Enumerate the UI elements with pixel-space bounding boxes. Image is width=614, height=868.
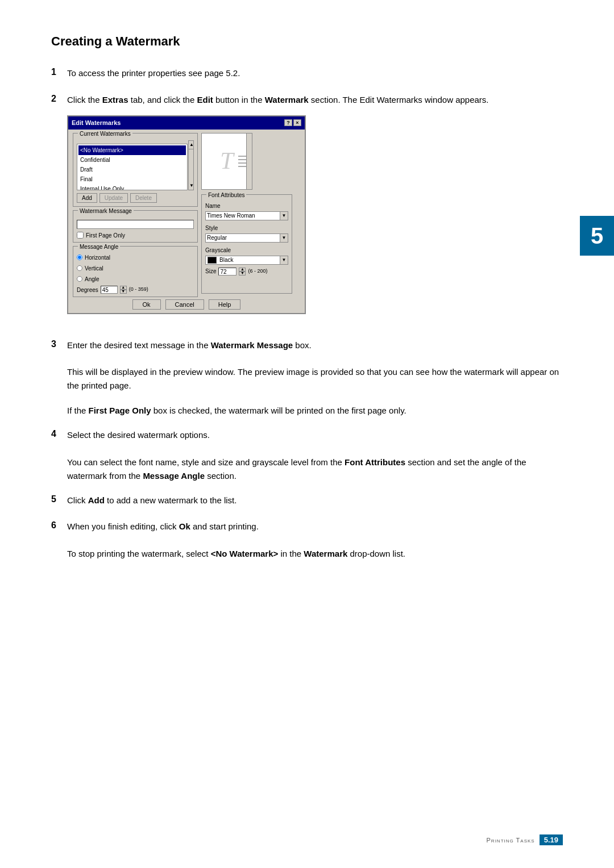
degrees-input[interactable] xyxy=(101,286,118,294)
step-4-content: Select the desired watermark options. xyxy=(67,429,563,442)
step-3: 3 Enter the desired text message in the … xyxy=(51,339,563,352)
font-name-label: Name xyxy=(205,202,288,210)
watermark-message-label: Watermark Message xyxy=(78,207,134,215)
current-watermarks-label: Current Watermarks xyxy=(78,130,132,138)
edit-watermarks-dialog: Edit Watermarks ? × Current Watermarks xyxy=(67,115,306,314)
list-item[interactable]: <No Watermark> xyxy=(78,145,186,155)
font-name-dropdown[interactable]: Times New Roman ▼ xyxy=(205,211,288,220)
side-tab-number: 5 xyxy=(591,223,603,249)
list-item[interactable]: Internal Use Only xyxy=(78,184,186,190)
font-size-row: Size ▲ ▼ (6 - 200) xyxy=(205,267,288,277)
preview-t-icon: T xyxy=(220,143,233,179)
step-4-sub: You can select the font name, style and … xyxy=(67,456,563,483)
page-title: Creating a Watermark xyxy=(51,34,563,49)
step-2: 2 Click the Extras tab, and click the Ed… xyxy=(51,94,563,326)
side-tab: 5 xyxy=(580,216,614,256)
ok-button[interactable]: Ok xyxy=(132,299,161,310)
dialog-titlebar: Edit Watermarks ? × xyxy=(68,116,305,130)
list-item[interactable]: Confidential xyxy=(78,155,186,165)
horizontal-radio[interactable] xyxy=(77,254,82,260)
angle-label: Angle xyxy=(85,275,99,283)
font-style-dropdown[interactable]: Regular ▼ xyxy=(205,233,288,243)
step-2-content: Click the Extras tab, and click the Edit… xyxy=(67,94,563,326)
step-3-number: 3 xyxy=(51,339,67,349)
help-button[interactable]: Help xyxy=(209,299,241,310)
angle-radio-row: Angle xyxy=(77,275,194,283)
dialog-close-btn[interactable]: × xyxy=(293,119,301,126)
step-1-number: 1 xyxy=(51,67,67,77)
list-scroll-down[interactable]: ▼ xyxy=(189,182,193,190)
dialog-controls[interactable]: ? × xyxy=(284,119,301,126)
font-attributes-section: Font Attributes Name Times New Roman ▼ S… xyxy=(201,194,292,294)
step-5-number: 5 xyxy=(51,494,67,504)
degrees-spinner[interactable]: ▲ ▼ xyxy=(120,286,127,294)
first-page-only-label: First Page Only xyxy=(86,231,125,240)
horizontal-radio-row: Horizontal xyxy=(77,253,194,262)
horizontal-label: Horizontal xyxy=(85,253,110,262)
step-3-sub1: This will be displayed in the preview wi… xyxy=(67,365,563,393)
dialog-wrapper: Edit Watermarks ? × Current Watermarks xyxy=(67,115,563,314)
dialog-help-btn[interactable]: ? xyxy=(284,119,292,126)
step-6-number: 6 xyxy=(51,520,67,531)
font-size-input[interactable] xyxy=(218,268,237,276)
step-4-number: 4 xyxy=(51,429,67,439)
step-1-content: To access the printer properties see pag… xyxy=(67,67,563,80)
watermark-message-input[interactable] xyxy=(77,220,194,229)
grayscale-swatch xyxy=(208,257,217,264)
step-6-content: When you finish editing, click Ok and st… xyxy=(67,520,563,533)
step-5-content: Click Add to add a new watermark to the … xyxy=(67,494,563,507)
preview-box: T xyxy=(201,133,252,190)
dialog-bottom-btns: Ok Cancel Help xyxy=(68,297,305,313)
list-scroll-up[interactable]: ▲ xyxy=(189,141,193,149)
font-size-range: (6 - 200) xyxy=(248,268,267,276)
list-item[interactable]: Final xyxy=(78,174,186,184)
font-name-arrow[interactable]: ▼ xyxy=(280,212,288,220)
watermark-message-section: Watermark Message First Page Only xyxy=(73,210,198,243)
font-attributes-label: Font Attributes xyxy=(206,191,246,199)
vertical-radio-row: Vertical xyxy=(77,264,194,273)
list-item[interactable]: Draft xyxy=(78,165,186,174)
angle-radio[interactable] xyxy=(77,276,82,282)
first-page-only-row: First Page Only xyxy=(77,231,194,240)
watermark-btn-row: Add Update Delete xyxy=(77,193,194,203)
step-6: 6 When you finish editing, click Ok and … xyxy=(51,520,563,533)
font-size-spinner[interactable]: ▲ ▼ xyxy=(239,268,246,276)
step-5: 5 Click Add to add a new watermark to th… xyxy=(51,494,563,507)
cancel-button[interactable]: Cancel xyxy=(165,299,204,310)
font-name-value: Times New Roman xyxy=(206,211,280,220)
footer: Printing Tasks 5.19 xyxy=(487,834,563,845)
watermark-list[interactable]: <No Watermark> Confidential Draft Final … xyxy=(77,144,188,190)
step-3-content: Enter the desired text message in the Wa… xyxy=(67,339,563,352)
message-angle-section: Message Angle Horizontal Vertical xyxy=(73,246,198,297)
font-grayscale-value: Black xyxy=(218,256,280,264)
font-style-value: Regular xyxy=(206,233,280,242)
delete-watermark-button[interactable]: Delete xyxy=(130,193,157,203)
font-grayscale-arrow[interactable]: ▼ xyxy=(280,256,288,264)
step-3-sub2: If the First Page Only box is checked, t… xyxy=(67,404,563,418)
first-page-only-checkbox[interactable] xyxy=(77,232,84,239)
degrees-row: Degrees ▲ ▼ (0 - 359) xyxy=(77,286,194,294)
step-2-number: 2 xyxy=(51,94,67,104)
degrees-label: Degrees xyxy=(77,286,98,294)
font-style-label: Style xyxy=(205,224,288,232)
step-1: 1 To access the printer properties see p… xyxy=(51,67,563,80)
step-4: 4 Select the desired watermark options. xyxy=(51,429,563,442)
preview-scrollbar[interactable] xyxy=(246,133,252,189)
dialog-title: Edit Watermarks xyxy=(72,118,121,128)
message-angle-label: Message Angle xyxy=(78,243,120,251)
footer-section: Printing Tasks xyxy=(487,837,535,844)
font-size-label: Size xyxy=(205,267,216,276)
vertical-label: Vertical xyxy=(85,264,103,273)
footer-page-badge: 5.19 xyxy=(540,834,563,845)
font-style-arrow[interactable]: ▼ xyxy=(280,234,288,242)
degrees-range: (0 - 359) xyxy=(129,286,148,294)
update-watermark-button[interactable]: Update xyxy=(99,193,128,203)
add-watermark-button[interactable]: Add xyxy=(77,193,97,203)
font-size-down[interactable]: ▼ xyxy=(239,272,246,276)
font-grayscale-dropdown[interactable]: Black ▼ xyxy=(205,256,288,265)
final-sub: To stop printing the watermark, select <… xyxy=(67,547,563,561)
degrees-down-arrow[interactable]: ▼ xyxy=(120,290,127,294)
current-watermarks-group: Current Watermarks <No Watermark> Confid… xyxy=(73,133,198,207)
font-grayscale-label: Grayscale xyxy=(205,246,288,254)
vertical-radio[interactable] xyxy=(77,265,82,271)
